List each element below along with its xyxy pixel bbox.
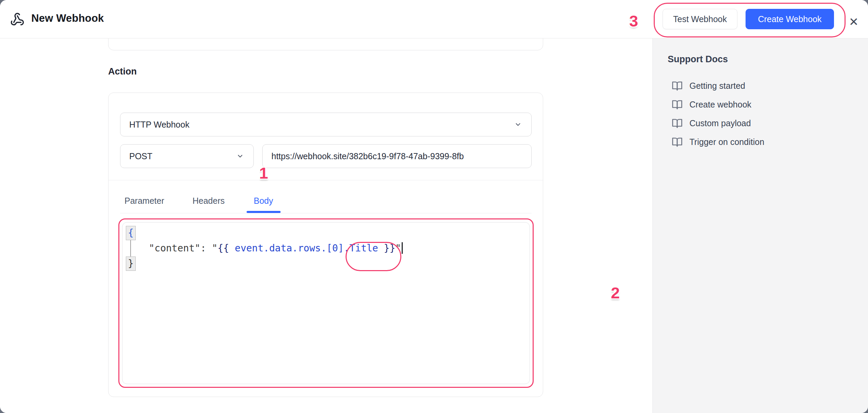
body-code-editor[interactable]: { "content": "{{ event.data.rows.[0].Tit… — [122, 222, 530, 384]
book-open-icon — [672, 137, 683, 148]
template-open-braces: {{ — [218, 243, 229, 254]
template-expression: event.data.rows.[0].Title — [229, 243, 384, 254]
book-open-icon — [672, 99, 683, 110]
tabs-divider — [120, 213, 532, 213]
close-brace: } — [126, 257, 136, 271]
closing-quote: " — [395, 243, 401, 254]
annotation-step-3: 3 — [629, 12, 638, 30]
webhook-type-value: HTTP Webhook — [129, 120, 189, 130]
close-icon[interactable]: ✕ — [847, 15, 861, 29]
http-method-value: POST — [129, 151, 152, 161]
tab-parameter[interactable]: Parameter — [124, 196, 164, 206]
active-tab-underline — [247, 211, 281, 213]
annotation-step-1: 1 — [259, 164, 268, 182]
test-webhook-button[interactable]: Test Webhook — [663, 9, 737, 29]
code-key-segment: "content": " — [126, 243, 218, 254]
tab-body[interactable]: Body — [254, 196, 273, 206]
support-docs-sidebar: Support Docs Getting started Create webh… — [652, 38, 868, 413]
annotation-step-2: 2 — [611, 283, 620, 302]
doc-link-getting-started[interactable]: Getting started — [672, 77, 764, 95]
action-heading: Action — [108, 66, 137, 77]
support-docs-heading: Support Docs — [668, 54, 728, 65]
chevron-down-icon — [514, 121, 522, 128]
card-divider — [108, 180, 543, 180]
doc-link-custom-payload[interactable]: Custom payload — [672, 114, 764, 133]
book-open-icon — [672, 81, 683, 92]
new-webhook-modal: New Webhook Test Webhook Create Webhook … — [0, 0, 868, 413]
template-close-braces: }} — [384, 243, 396, 254]
main-content: Action HTTP Webhook POST https://webhook… — [0, 38, 652, 413]
docs-list: Getting started Create webhook Custom pa… — [672, 77, 764, 151]
doc-link-trigger-on-condition[interactable]: Trigger on condition — [672, 133, 764, 151]
text-cursor — [402, 242, 403, 254]
code-content: { "content": "{{ event.data.rows.[0].Tit… — [126, 225, 403, 271]
chevron-down-icon — [236, 152, 244, 160]
page-title: New Webhook — [31, 12, 104, 24]
action-card: HTTP Webhook POST https://webhook.site/3… — [108, 93, 543, 397]
webhook-url-input[interactable]: https://webhook.site/382b6c19-9f78-47ab-… — [262, 144, 532, 168]
modal-header: New Webhook Test Webhook Create Webhook … — [0, 0, 868, 38]
create-webhook-button[interactable]: Create Webhook — [746, 9, 834, 29]
doc-link-label: Getting started — [689, 81, 745, 91]
webhook-type-select[interactable]: HTTP Webhook — [120, 113, 532, 136]
doc-link-label: Create webhook — [689, 100, 751, 110]
http-method-select[interactable]: POST — [120, 144, 254, 168]
open-brace: { — [126, 226, 136, 240]
book-open-icon — [672, 118, 683, 129]
tab-headers[interactable]: Headers — [193, 196, 225, 206]
webhook-icon — [10, 12, 24, 28]
doc-link-label: Trigger on condition — [689, 137, 764, 147]
doc-link-create-webhook[interactable]: Create webhook — [672, 95, 764, 114]
doc-link-label: Custom payload — [689, 118, 751, 128]
